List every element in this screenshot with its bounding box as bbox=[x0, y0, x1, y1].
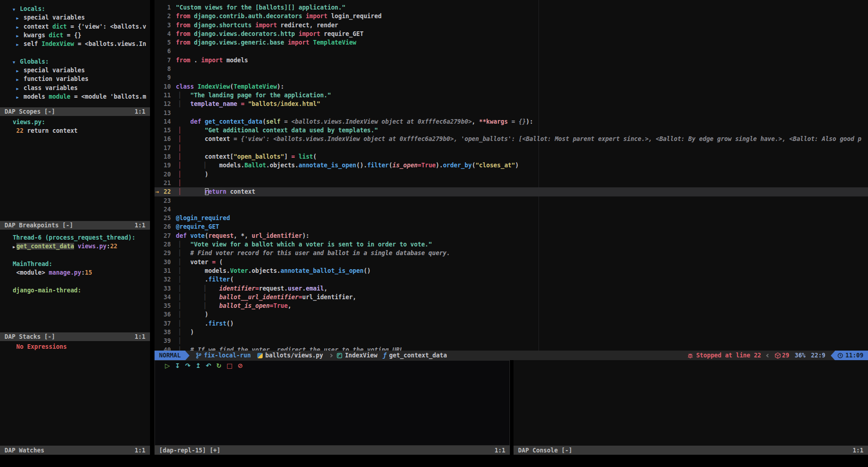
stack-frame-item[interactable]: Thread-6 (process_request_thread): bbox=[5, 233, 150, 242]
code-line[interactable]: 24 bbox=[155, 205, 868, 214]
code-line[interactable]: 31 ▏ models.Voter.objects.annotate_ballo… bbox=[155, 266, 868, 275]
dap-scopes-statusline: DAP Scopes [-] 1:1 bbox=[0, 107, 150, 116]
code-line[interactable]: 16 ▏ context = {'view': <ballots.views.I… bbox=[155, 135, 868, 143]
scope-tree-item[interactable]: ▶ class variables bbox=[5, 84, 150, 92]
code-line[interactable]: 6 bbox=[155, 47, 868, 55]
code-line[interactable]: 33 ▏ ▏ identifier=request.user.email, bbox=[155, 284, 868, 293]
code-line[interactable]: 27def vote(request, *, url_identifier): bbox=[155, 231, 868, 240]
step-over-button[interactable]: ↷ bbox=[185, 362, 191, 369]
code-line[interactable]: 11 ▏ "The landing page for the applicati… bbox=[155, 91, 868, 100]
code-line[interactable]: 19 ▏ ▏ models.Ballot.objects.annotate_is… bbox=[155, 161, 868, 170]
step-into-button[interactable]: ↧ bbox=[175, 362, 180, 369]
code-line[interactable]: 20 ▏ ) bbox=[155, 170, 868, 179]
line-number: 1 bbox=[155, 3, 176, 12]
code-line[interactable]: 34 ▏ ▏ ballot__url_identifier=url_identi… bbox=[155, 293, 868, 301]
play-button[interactable]: ▷ bbox=[165, 362, 170, 369]
dap-watches-statusline: DAP Watches 1:1 bbox=[0, 446, 150, 455]
restart-button[interactable]: ↻ bbox=[216, 362, 222, 369]
code-line[interactable]: 26@require_GET bbox=[155, 222, 868, 231]
dap-stacks-ruler: 1:1 bbox=[135, 333, 145, 340]
chevron-left-icon bbox=[766, 353, 770, 357]
clock-time: 11:09 bbox=[845, 352, 863, 359]
scope-tree-item[interactable]: ▶ function variables bbox=[5, 75, 150, 83]
code-line[interactable]: 9 bbox=[155, 73, 868, 82]
scope-tree-item[interactable]: ▶ self IndexView = <ballots.views.In bbox=[5, 40, 150, 48]
code-line[interactable]: 35 ▏ ▏ ballot_is_open=True, bbox=[155, 301, 868, 310]
line-number: 27 bbox=[155, 231, 176, 240]
scope-tree-item[interactable]: ▼ Locals: bbox=[5, 5, 150, 13]
code-line[interactable]: 30 ▏ voter = ( bbox=[155, 258, 868, 266]
line-number: 19 bbox=[155, 161, 176, 170]
dap-repl-ruler: 1:1 bbox=[494, 447, 505, 454]
dap-breakpoints-window: views.py: 22 return context bbox=[0, 116, 150, 221]
watch-item[interactable]: No Expressions bbox=[5, 342, 150, 351]
chevron-right-icon bbox=[329, 353, 333, 357]
code-line[interactable]: 36 ▏ ) bbox=[155, 310, 868, 319]
code-line[interactable]: 12 ▏ template_name = "ballots/index.html… bbox=[155, 100, 868, 108]
stack-frame-item[interactable]: ▶get_context_data views.py:22 bbox=[5, 242, 150, 251]
code-line[interactable]: 10class IndexView(TemplateView): bbox=[155, 82, 868, 91]
stack-frame-item[interactable]: <module> manage.py:15 bbox=[5, 268, 150, 277]
code-line[interactable]: 3from django.shortcuts import redirect, … bbox=[155, 21, 868, 30]
code-line[interactable]: 23 bbox=[155, 196, 868, 205]
scope-tree-item[interactable]: ▶ special variables bbox=[5, 66, 150, 75]
clock-segment: 11:09 bbox=[835, 351, 868, 360]
code-line[interactable]: 8 bbox=[155, 65, 868, 73]
code-line[interactable]: 14 def get_context_data(self = <ballots.… bbox=[155, 117, 868, 126]
code-line[interactable]: 2from django.contrib.auth.decorators imp… bbox=[155, 12, 868, 20]
code-line[interactable]: 28 ▏ "Vote view for a ballot which a vot… bbox=[155, 240, 868, 249]
scope-tree-item[interactable]: ▶ context dict = {'view': <ballots.v bbox=[5, 22, 150, 31]
code-line[interactable]: 38 ▏ ) bbox=[155, 328, 868, 336]
line-number: 30 bbox=[155, 258, 176, 266]
stack-frame-item[interactable] bbox=[5, 251, 150, 260]
line-number: 33 bbox=[155, 284, 176, 293]
step-back-button[interactable]: ↶ bbox=[206, 362, 211, 369]
cursor-position: 22:9 bbox=[811, 352, 826, 359]
code-line[interactable]: 4from django.views.decorators.http impor… bbox=[155, 30, 868, 38]
disconnect-button[interactable]: ⊘ bbox=[238, 362, 243, 369]
code-line[interactable]: →22 ▏ return context bbox=[155, 187, 868, 196]
dap-repl-title: [dap-repl-15] [+] bbox=[159, 447, 220, 454]
dap-repl-window[interactable]: ▷↧↷↥↶↻□⊘ bbox=[155, 360, 510, 446]
filename-segment: ballots/views.py bbox=[257, 352, 323, 359]
line-number: 18 bbox=[155, 152, 176, 161]
code-line[interactable]: 1"Custom views for the [ballots][] appli… bbox=[155, 3, 868, 12]
editor-statusline: NORMAL fix-local-run ballots/views.py In… bbox=[155, 351, 868, 360]
line-number: 38 bbox=[155, 328, 176, 336]
scope-tree-item[interactable]: ▶ models module = <module 'ballots.m bbox=[5, 92, 150, 101]
code-line[interactable]: 17 ▏ bbox=[155, 144, 868, 152]
scope-tree-item[interactable]: ▶ kwargs dict = {} bbox=[5, 31, 150, 40]
code-line[interactable]: 25@login_required bbox=[155, 214, 868, 222]
code-line[interactable]: 29 ▏ # Find voter record for this user a… bbox=[155, 249, 868, 257]
line-number: 32 bbox=[155, 275, 176, 284]
stop-button[interactable]: □ bbox=[226, 362, 232, 369]
code-line[interactable]: 32 ▏ .filter( bbox=[155, 275, 868, 284]
stack-frame-item[interactable] bbox=[5, 277, 150, 286]
code-line[interactable]: 39 ▏ bbox=[155, 336, 868, 345]
code-line[interactable]: 13 bbox=[155, 109, 868, 117]
code-line[interactable]: 21 ▏ bbox=[155, 179, 868, 187]
code-line[interactable]: 37 ▏ .first() bbox=[155, 319, 868, 328]
breakpoint-item[interactable]: views.py: bbox=[5, 118, 150, 126]
breadcrumb-function: get_context_data bbox=[389, 352, 447, 359]
stack-frame-item[interactable]: django-main-thread: bbox=[5, 286, 150, 295]
line-number: 23 bbox=[155, 196, 176, 205]
mode-indicator: NORMAL bbox=[155, 351, 185, 360]
code-line[interactable]: 5from django.views.generic.base import T… bbox=[155, 38, 868, 47]
breakpoint-item[interactable]: 22 return context bbox=[5, 126, 150, 135]
code-line[interactable]: 7from . import models bbox=[155, 56, 868, 65]
code-editor[interactable]: 1"Custom views for the [ballots][] appli… bbox=[155, 0, 868, 351]
dap-watches-ruler: 1:1 bbox=[135, 447, 145, 454]
scope-tree-item[interactable]: ▼ Globals: bbox=[5, 57, 150, 66]
code-line[interactable]: 18 ▏ context["open_ballots"] = list( bbox=[155, 152, 868, 161]
code-line[interactable]: 15 ▏ "Get additional context data used b… bbox=[155, 126, 868, 135]
step-out-button[interactable]: ↥ bbox=[195, 362, 201, 369]
scope-tree-item[interactable]: ▶ special variables bbox=[5, 13, 150, 22]
dap-console-window[interactable] bbox=[514, 360, 868, 446]
command-line[interactable] bbox=[0, 455, 868, 467]
stack-frame-item[interactable]: MainThread: bbox=[5, 260, 150, 268]
scope-tree-item[interactable] bbox=[5, 48, 150, 57]
code-line[interactable]: 40 ▏ # If we find the voter, redirect th… bbox=[155, 346, 868, 351]
breadcrumb: IndexView ƒ get_context_data bbox=[329, 352, 447, 359]
dap-scopes-window: ▼ Locals: ▶ special variables ▶ context … bbox=[0, 0, 150, 107]
